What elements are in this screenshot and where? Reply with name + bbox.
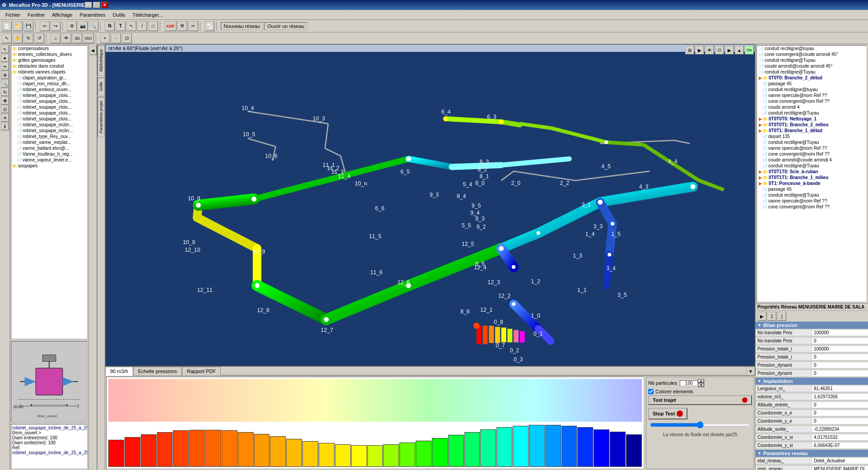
- right-tree-item[interactable]: 📄conduit rectiligne@Tuyau: [757, 163, 867, 169]
- test-trajet-button[interactable]: Test trajet: [648, 395, 752, 405]
- zoom-button[interactable]: 🔍: [88, 21, 98, 31]
- undo-button[interactable]: ↩: [40, 21, 50, 31]
- nb-particules-input[interactable]: [680, 380, 698, 386]
- left-tree-item[interactable]: 📄robinet_embout_ouver...: [11, 87, 87, 92]
- settings-button[interactable]: ⚙: [67, 21, 77, 31]
- left-tree-item[interactable]: 📄Vanne_loudleau_h_reg...: [11, 151, 87, 157]
- right-tree-item[interactable]: 📄conduit rectiligne@Tuyau: [757, 69, 867, 75]
- line-button[interactable]: /: [137, 21, 147, 31]
- vp-btn-4[interactable]: ⊡: [715, 46, 724, 55]
- menu-parametres[interactable]: Paramètres: [76, 11, 109, 18]
- expand-bottom-btn[interactable]: ▼: [746, 367, 755, 376]
- fit2-lt[interactable]: ⊡: [1, 105, 9, 113]
- left-tree-item[interactable]: 📄robinet_soupape_clois...: [11, 110, 87, 116]
- parametres-reseau-header[interactable]: ▼ Parametres reseau: [756, 450, 868, 457]
- vp-btn-1[interactable]: ⊞: [685, 46, 694, 55]
- right-tree-item[interactable]: ▶📁0T1: Ponceuse_à-bande: [757, 180, 867, 186]
- nb-particules-spinbox[interactable]: ▲ ▼: [680, 379, 704, 387]
- rotate-tool[interactable]: ↻: [23, 33, 33, 43]
- left-tree-item[interactable]: 📄clapet_non_retour_dh...: [11, 81, 87, 87]
- asp-button[interactable]: ASP: [164, 21, 176, 31]
- prop-lt[interactable]: ℹ: [1, 122, 9, 130]
- 3d-viewport[interactable]: nt=Air à 60°|Fluide (ext=Air à 20°): [105, 44, 755, 366]
- zoom-in-tool[interactable]: +: [100, 33, 110, 43]
- right-tree-item[interactable]: 📄cone convergent@coude arrondi 45°: [757, 51, 867, 57]
- close-button[interactable]: ✕: [101, 2, 108, 8]
- pointer-button[interactable]: ↖: [126, 21, 136, 31]
- left-tree-item[interactable]: 📁robinets vannes clapets: [11, 69, 87, 75]
- speed-slider[interactable]: [650, 421, 750, 429]
- text-button[interactable]: T: [116, 21, 125, 31]
- menu-fenetre[interactable]: Fenêtre: [24, 11, 48, 18]
- right-tree-item[interactable]: 📄coude arrondi@coude arrondi 45°: [757, 63, 867, 69]
- right-tree-item[interactable]: ▶📁0T0T1: Branche_1_début: [757, 128, 867, 134]
- right-tree[interactable]: 📄conduit rectiligne@tuyau📄cone convergen…: [757, 45, 867, 302]
- camera-button[interactable]: 📷: [78, 21, 88, 31]
- left-tree-item[interactable]: 📄robinet_soupape_clois...: [11, 116, 87, 122]
- iso-tool[interactable]: ISO: [83, 33, 94, 43]
- right-tree-item[interactable]: 📄conduit rectiligne@Tuyau: [757, 57, 867, 63]
- hand-tool[interactable]: ✋: [13, 33, 23, 43]
- home-tool[interactable]: ⌂: [51, 33, 60, 43]
- left-tree-item[interactable]: 📁entrees_collecteurs_divers: [11, 51, 87, 57]
- right-tree-item[interactable]: 📄cone convergent@nom Ref ??: [757, 98, 867, 104]
- fit-tool[interactable]: ⊡: [122, 33, 132, 43]
- right-tree-item[interactable]: 📄conduit rectiligne@Tuyau: [757, 110, 867, 116]
- eye-tool[interactable]: 👁: [61, 33, 71, 43]
- left-tree-item[interactable]: 📄clapet_aspiration_gr...: [11, 75, 87, 81]
- right-tree-item[interactable]: 📄passage 45: [757, 186, 867, 192]
- grille-label[interactable]: Grille: [97, 78, 105, 95]
- tab-pressure[interactable]: Echelle pressions: [133, 367, 182, 375]
- bibliotheque-label[interactable]: Bibliothèque: [97, 45, 105, 76]
- left-tree-item[interactable]: 📁grilles garnissages: [11, 57, 87, 63]
- menu-affichage[interactable]: Affichage: [48, 11, 76, 18]
- nav-left-arrow[interactable]: ◄: [89, 46, 97, 55]
- right-tree-item[interactable]: ▶📁0T0T0T1: Branche_2_milieu: [757, 122, 867, 128]
- graph-button[interactable]: 📈: [204, 21, 214, 31]
- left-tree-item[interactable]: 📄vanne_vapeur_levier.e...: [11, 157, 87, 163]
- tool1-button[interactable]: ⚒: [177, 21, 187, 31]
- right-tree-item[interactable]: 📄vanne opercule@nom Ref ??: [757, 145, 867, 151]
- arrow-tool[interactable]: ↖: [2, 33, 12, 43]
- right-tree-item[interactable]: 📄passage 45: [757, 81, 867, 87]
- right-tree-item[interactable]: 📄coude arrondi@coude arrondi 4: [757, 157, 867, 163]
- left-panel-tree[interactable]: 📁compensateurs📁entrees_collecteurs_diver…: [11, 45, 88, 339]
- rotate2-lt[interactable]: ↻: [1, 88, 9, 96]
- params-projet-label[interactable]: Paramètres projet: [97, 97, 105, 138]
- vp-btn-5[interactable]: ▶: [725, 46, 734, 55]
- select-lt[interactable]: ↖: [1, 45, 9, 53]
- left-tree-item[interactable]: 📄robinet_soupape_clois...: [11, 98, 87, 104]
- open-file-button[interactable]: 📁: [13, 21, 23, 31]
- vp-on-button[interactable]: On: [745, 46, 754, 55]
- redo-button[interactable]: ↪: [51, 21, 60, 31]
- del-lt[interactable]: ✕: [1, 114, 9, 122]
- left-tree-item[interactable]: 📄robinet_soupape_inclin...: [11, 128, 87, 134]
- left-tree-item[interactable]: 📄robinet_soupape_inclin...: [11, 122, 87, 128]
- 3d-tool[interactable]: 3D: [72, 33, 82, 43]
- right-tree-item[interactable]: ▶📁0T0T1T0: Scie_à-ruban: [757, 169, 867, 175]
- menu-telecharger[interactable]: Télécharger...: [129, 11, 167, 18]
- stop-test-button[interactable]: Stop Test: [648, 408, 687, 419]
- right-tree-item[interactable]: 📄conduit rectiligne@tuyau: [757, 87, 867, 92]
- left-tree-item[interactable]: 📄robinet_soupape_clois...: [11, 92, 87, 98]
- move-lt[interactable]: ✥: [1, 97, 9, 105]
- right-tree-item[interactable]: 📄vanne opercule@nom Ref ??: [757, 198, 867, 204]
- right-tree-item[interactable]: ▶📁0T0T0: Branche_2_début: [757, 75, 867, 81]
- vp-btn-3[interactable]: 👁: [705, 46, 714, 55]
- menu-fichier[interactable]: Fichier: [2, 11, 24, 18]
- left-tree-item[interactable]: 📄robinet_soupape_clois...: [11, 104, 87, 110]
- left-tree-item[interactable]: 📄robinet_type_Rey_ouv...: [11, 134, 87, 139]
- right-tree-item[interactable]: 📄depart 135: [757, 134, 867, 139]
- open-network-button[interactable]: Ouvrir un réseau: [264, 22, 307, 30]
- tool2-button[interactable]: ✂: [188, 21, 198, 31]
- node-lt[interactable]: ●: [1, 54, 9, 62]
- vp-btn-2[interactable]: ▶: [695, 46, 704, 55]
- left-tree-item[interactable]: 📄vanne_battant.elsn@...: [11, 145, 87, 151]
- split-lt[interactable]: ⊕: [1, 71, 9, 79]
- right-tree-item[interactable]: 📄cone convergent@nom Ref ??: [757, 151, 867, 157]
- right-tree-item[interactable]: 📄conduit rectiligne@Tuyau: [757, 192, 867, 198]
- new-network-button[interactable]: Nouveau réseau: [221, 22, 264, 30]
- maximize-button[interactable]: □: [93, 2, 100, 8]
- right-tree-item[interactable]: 📄coude arrondi 4: [757, 104, 867, 110]
- colorer-elements-checkbox[interactable]: [648, 389, 654, 394]
